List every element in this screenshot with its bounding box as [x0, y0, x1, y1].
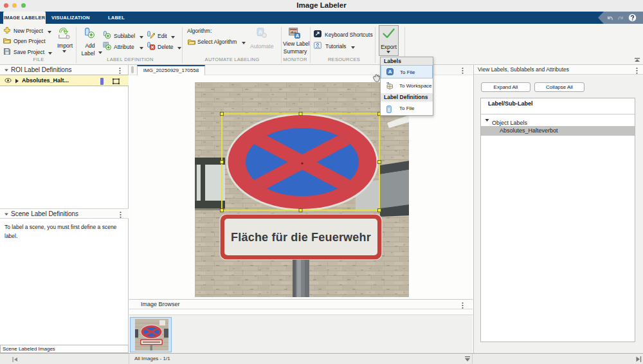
svg-text:Fläche für die Feuerwehr: Fläche für die Feuerwehr [231, 231, 371, 244]
svg-text:A: A [296, 33, 300, 39]
svg-text:A: A [258, 29, 263, 35]
svg-text:A: A [388, 69, 392, 75]
